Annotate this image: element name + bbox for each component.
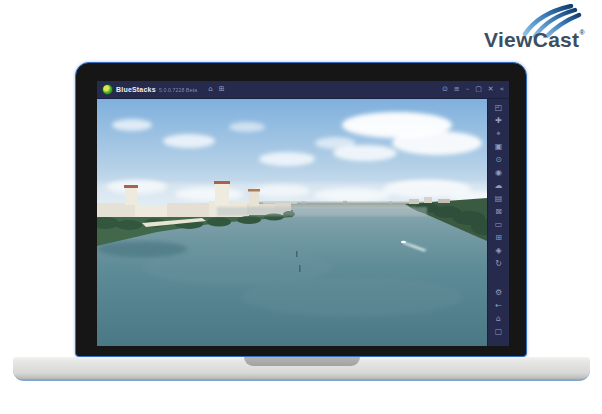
registered-mark: ® — [579, 29, 584, 36]
multi-instance-manager-icon[interactable]: ⊞ — [495, 232, 502, 244]
screenshot-icon[interactable]: ▣ — [495, 141, 503, 153]
power-icon[interactable]: ⊙ — [442, 86, 448, 93]
aim-location-icon[interactable]: ⌖ — [496, 128, 501, 140]
collapse-sidebar-icon[interactable]: « — [500, 86, 504, 93]
minimize-icon[interactable]: – — [466, 86, 470, 93]
shake-icon[interactable]: ⊠ — [495, 206, 502, 218]
sidebar: ◰✚⌖▣⊙◉☁▤⊠▭⊞◈↻ ⚙←⌂▢ — [487, 99, 509, 346]
video-scene — [97, 99, 487, 346]
app-version: 5.0.0.7228 Beta — [159, 87, 197, 92]
recent-apps-icon[interactable]: ▢ — [495, 326, 503, 338]
bluestacks-logo-icon — [102, 84, 113, 95]
camera-icon[interactable]: ⊙ — [495, 154, 502, 166]
viewcast-logo: ViewCast® — [484, 4, 584, 50]
game-guide-icon[interactable]: ◈ — [495, 245, 501, 257]
media-manager-icon[interactable]: ▭ — [495, 219, 503, 231]
app-name: BlueStacks — [116, 86, 156, 93]
titlebar-right-icons: ⊙≡–▢✕« — [442, 86, 504, 93]
sidebar-nav: ⚙←⌂▢ — [495, 287, 503, 338]
emulator-screen[interactable] — [97, 99, 487, 346]
install-apk-icon[interactable]: ▤ — [495, 193, 503, 205]
home-icon[interactable]: ⌂ — [208, 86, 212, 93]
viewcast-wordmark: ViewCast® — [484, 29, 584, 50]
menu-icon[interactable]: ≡ — [454, 86, 460, 93]
sidebar-tools: ◰✚⌖▣⊙◉☁▤⊠▭⊞◈↻ — [495, 102, 503, 270]
titlebar-left-icons: ⌂⊞ — [208, 86, 224, 93]
laptop-lid: BlueStacks 5.0.0.7228 Beta ⌂⊞ ⊙≡–▢✕« — [75, 62, 527, 357]
android-home-icon[interactable]: ⌂ — [496, 313, 501, 325]
bluestacks-window[interactable]: BlueStacks 5.0.0.7228 Beta ⌂⊞ ⊙≡–▢✕« — [97, 81, 509, 346]
titlebar[interactable]: BlueStacks 5.0.0.7228 Beta ⌂⊞ ⊙≡–▢✕« — [97, 81, 509, 99]
cloud-sync-icon[interactable]: ☁ — [495, 180, 503, 192]
screen-record-icon[interactable]: ◉ — [495, 167, 502, 179]
laptop-notch — [244, 357, 360, 366]
close-icon[interactable]: ✕ — [488, 86, 494, 93]
laptop-base — [13, 357, 590, 381]
multi-instance-icon[interactable]: ⊞ — [219, 86, 225, 93]
fullscreen-icon[interactable]: ◰ — [495, 102, 503, 114]
rotate-icon[interactable]: ↻ — [495, 258, 502, 270]
maximize-icon[interactable]: ▢ — [475, 86, 482, 93]
settings-icon[interactable]: ⚙ — [495, 287, 502, 299]
window-content: ◰✚⌖▣⊙◉☁▤⊠▭⊞◈↻ ⚙←⌂▢ — [97, 99, 509, 346]
back-icon[interactable]: ← — [495, 300, 502, 312]
game-controls-icon[interactable]: ✚ — [495, 115, 502, 127]
